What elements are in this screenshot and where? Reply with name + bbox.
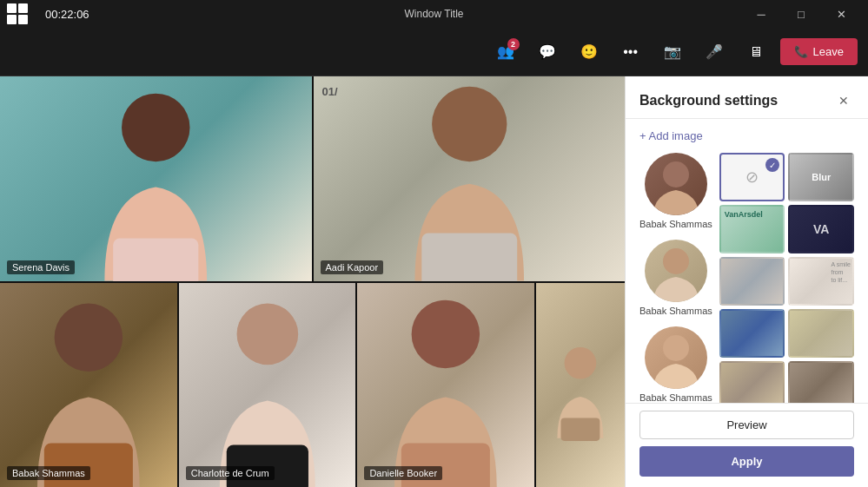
- window-controls: ─ □ ✕: [741, 0, 861, 28]
- bg-option-va-dark[interactable]: VA: [788, 205, 854, 253]
- blur-label: Blur: [812, 172, 831, 182]
- mic-button[interactable]: 🎤: [697, 35, 732, 69]
- svg-point-10: [565, 346, 597, 378]
- leave-button[interactable]: 📞 Leave: [780, 38, 858, 65]
- apply-button[interactable]: Apply: [639, 446, 854, 477]
- bg-option-desert[interactable]: [788, 309, 854, 358]
- leave-label: Leave: [813, 45, 844, 58]
- bg-options-container: ⊘ ✓ Blur VanArsdel VA: [719, 153, 854, 403]
- bg-option-abstract-pink[interactable]: [719, 257, 785, 306]
- svg-rect-1: [113, 238, 198, 280]
- video-cell-aadi: 01/ Aadi Kapoor: [314, 76, 626, 281]
- participant-label-babak-bottom: Babak Shammas: [7, 466, 90, 480]
- people-button[interactable]: 👥 2: [488, 35, 523, 69]
- reactions-button[interactable]: 🙂: [572, 35, 606, 69]
- participant-label-charlotte: Charlotte de Crum: [186, 466, 275, 480]
- camera-button[interactable]: 📷: [655, 35, 690, 69]
- svg-rect-9: [401, 443, 490, 487]
- bg-option-blur[interactable]: Blur: [788, 153, 854, 201]
- panel-title: Background settings: [639, 93, 778, 109]
- preview-avatar-1: [645, 153, 707, 215]
- leave-phone-icon: 📞: [794, 45, 808, 58]
- people-badge: 2: [507, 38, 520, 50]
- window-title: Window Title: [404, 8, 463, 20]
- video-grid: Serena Davis 01/ Aadi Kapoor: [0, 76, 625, 487]
- top-video-row: Serena Davis 01/ Aadi Kapoor: [0, 76, 625, 281]
- panel-header: Background settings ✕: [626, 76, 868, 119]
- panel-close-button[interactable]: ✕: [833, 90, 854, 111]
- add-image-button[interactable]: + Add image: [639, 126, 854, 146]
- more-icon: •••: [623, 44, 638, 60]
- panel-body: Babak Shammas Babak Shammas: [639, 153, 854, 403]
- background-settings-panel: Background settings ✕ + Add image: [625, 76, 868, 487]
- main-content: Serena Davis 01/ Aadi Kapoor: [0, 76, 868, 487]
- video-cell-charlotte: Charlotte de Crum: [179, 283, 356, 488]
- minimize-button[interactable]: ─: [741, 0, 781, 28]
- svg-point-0: [122, 94, 190, 162]
- video-cell-extra: [536, 283, 625, 488]
- svg-point-14: [663, 335, 689, 361]
- title-bar: 00:22:06 Window Title ─ □ ✕: [0, 0, 868, 28]
- share-button[interactable]: 🖥: [739, 35, 773, 69]
- participant-label-serena: Serena Davis: [7, 260, 75, 274]
- participant-label-danielle: Danielle Booker: [364, 466, 442, 480]
- mic-icon: 🎤: [706, 43, 723, 60]
- panel-bottom-buttons: Preview Apply: [626, 403, 868, 487]
- bg-option-teal[interactable]: VanArsdel: [719, 205, 785, 253]
- svg-rect-11: [561, 418, 600, 440]
- preview-avatar-item-1: Babak Shammas: [639, 153, 712, 229]
- bottom-video-row: Babak Shammas Charlotte de Crum: [0, 283, 625, 488]
- bg-option-room2[interactable]: [788, 361, 854, 403]
- svg-rect-3: [421, 234, 517, 281]
- preview-avatar-2: [645, 240, 707, 302]
- share-icon: 🖥: [749, 44, 763, 60]
- more-button[interactable]: •••: [613, 35, 648, 69]
- restore-button[interactable]: □: [781, 0, 821, 28]
- preview-avatar-item-3: Babak Shammas: [639, 326, 712, 403]
- toolbar-right: 👥 2 💬 🙂 ••• 📷 🎤 🖥 📞 Leave: [488, 35, 858, 69]
- bg-option-office-blue[interactable]: [719, 309, 785, 358]
- meeting-toolbar: 👥 2 💬 🙂 ••• 📷 🎤 🖥 📞 Leave: [0, 28, 868, 76]
- bg-option-room1[interactable]: [719, 361, 785, 403]
- reactions-icon: 🙂: [580, 43, 598, 60]
- svg-point-4: [55, 303, 123, 372]
- preview-avatar-name-3: Babak Shammas: [639, 392, 712, 403]
- svg-point-6: [236, 303, 298, 365]
- preview-section: + Add image Babak Shammas: [626, 119, 868, 403]
- svg-point-12: [663, 161, 689, 188]
- svg-point-2: [432, 87, 507, 161]
- svg-point-8: [412, 299, 480, 368]
- camera-icon: 📷: [664, 43, 681, 60]
- apps-icon[interactable]: [7, 3, 28, 24]
- va-dark-text: VA: [813, 222, 829, 236]
- preview-avatars: Babak Shammas Babak Shammas: [639, 153, 712, 403]
- close-button[interactable]: ✕: [821, 0, 861, 28]
- bg-options-grid: ⊘ ✓ Blur VanArsdel VA: [719, 153, 854, 403]
- svg-point-13: [663, 248, 689, 274]
- video-cell-danielle: Danielle Booker: [357, 283, 534, 488]
- video-cell-babak: Babak Shammas: [0, 283, 177, 488]
- preview-button[interactable]: Preview: [639, 411, 854, 439]
- call-timer: 00:22:06: [45, 8, 89, 21]
- preview-avatar-name-2: Babak Shammas: [639, 306, 712, 316]
- chat-icon: 💬: [539, 43, 556, 60]
- bg-option-abstract-text[interactable]: A smilefromto lif...: [788, 257, 854, 306]
- preview-avatar-name-1: Babak Shammas: [639, 219, 712, 229]
- participant-label-aadi: Aadi Kapoor: [321, 260, 384, 274]
- preview-avatar-item-2: Babak Shammas: [639, 240, 712, 316]
- video-cell-serena: Serena Davis: [0, 76, 312, 281]
- preview-avatar-3: [645, 326, 707, 389]
- chat-button[interactable]: 💬: [530, 35, 565, 69]
- bg-option-none[interactable]: ⊘ ✓: [719, 153, 785, 201]
- svg-rect-5: [44, 443, 133, 487]
